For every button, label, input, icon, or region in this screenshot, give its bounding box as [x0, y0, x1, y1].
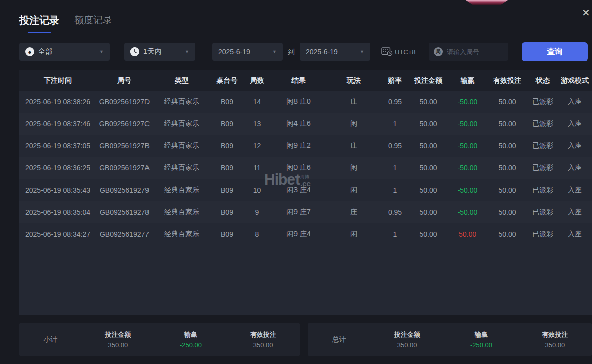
game-type-select[interactable]: ♠ 全部 ▼	[19, 43, 110, 61]
cell-play-type: 闲	[326, 186, 381, 195]
table-row: 2025-06-19 08:35:43 GB0925619279 经典百家乐 B…	[19, 179, 592, 201]
subtotal-label: 小计	[19, 335, 82, 344]
round-number-input[interactable]	[447, 48, 503, 56]
cell-odds: 1	[381, 230, 409, 238]
cell-bet-amount: 50.00	[409, 164, 448, 172]
cell-round-no: 11	[243, 164, 271, 172]
betting-records-dialog: ✕ 投注记录 额度记录 ♠ 全部 ▼ 1天内 ▼ 2025-6-19 ▼ 到 2…	[0, 0, 592, 364]
cell-result: 闲3 庄4	[271, 186, 326, 195]
date-to-select[interactable]: 2025-6-19 ▼	[300, 43, 370, 61]
cell-game-type: 经典百家乐	[153, 208, 211, 217]
cell-status: 已派彩	[528, 119, 558, 128]
cell-game-mode: 入座	[558, 97, 592, 106]
cell-valid-bet: 50.00	[487, 208, 528, 216]
round-number-icon: 局	[434, 47, 443, 56]
date-range-to-label: 到	[284, 43, 299, 61]
cell-bet-time: 2025-06-19 08:38:26	[19, 98, 96, 106]
cell-status: 已派彩	[528, 186, 558, 195]
cell-bet-amount: 50.00	[409, 142, 448, 150]
cell-game-type: 经典百家乐	[153, 186, 211, 195]
table-header: 下注时间 局号 类型 桌台号 局数 结果 玩法 赔率 投注金额 输赢 有效投注 …	[19, 70, 592, 91]
cell-table-no: B09	[211, 98, 243, 106]
column-header: 游戏模式	[558, 76, 592, 85]
tab-credit-records[interactable]: 额度记录	[74, 14, 112, 27]
cell-play-type: 庄	[326, 141, 381, 150]
cell-table-no: B09	[211, 142, 243, 150]
cell-odds: 1	[381, 164, 409, 172]
active-tab-underline	[28, 32, 51, 33]
tab-betting-records[interactable]: 投注记录	[19, 14, 59, 33]
cell-play-type: 闲	[326, 119, 381, 128]
cell-round-id: GB0925619278	[96, 208, 153, 216]
cell-round-id: GB0925619277	[96, 230, 153, 238]
cell-bet-time: 2025-06-19 08:36:25	[19, 164, 96, 172]
date-from-select[interactable]: 2025-6-19 ▼	[212, 43, 283, 61]
column-header: 状态	[528, 76, 558, 85]
table-row: 2025-06-19 08:36:25 GB092561927A 经典百家乐 B…	[19, 157, 592, 179]
cell-win-loss: -50.00	[448, 98, 487, 106]
cell-play-type: 闲	[326, 230, 381, 239]
total-win-loss: 输赢 -250.00	[444, 330, 518, 349]
tab-betting-records-label: 投注记录	[19, 14, 59, 27]
cell-game-mode: 入座	[558, 230, 592, 239]
table-row: 2025-06-19 08:37:05 GB092561927B 经典百家乐 B…	[19, 135, 592, 157]
timezone-indicator: UTC+8	[381, 43, 416, 61]
column-header: 桌台号	[211, 76, 243, 85]
cell-game-type: 经典百家乐	[153, 97, 211, 106]
cell-game-type: 经典百家乐	[153, 230, 211, 239]
calendar-clock-icon	[381, 46, 393, 58]
cell-round-no: 12	[243, 142, 271, 150]
column-header: 局号	[96, 76, 153, 85]
cell-round-id: GB0925619279	[96, 186, 153, 194]
total-label: 总计	[308, 335, 370, 344]
cell-win-loss: -50.00	[448, 208, 487, 216]
cell-valid-bet: 50.00	[487, 230, 528, 238]
close-icon[interactable]: ✕	[582, 8, 590, 18]
time-range-select[interactable]: 1天内 ▼	[124, 43, 195, 61]
total-bet-amount: 投注金额 350.00	[370, 330, 444, 349]
cell-status: 已派彩	[528, 141, 558, 150]
subtotal-win-loss: 输赢 -250.00	[155, 330, 227, 349]
column-header: 下注时间	[19, 76, 96, 85]
column-header: 投注金额	[409, 76, 448, 85]
clock-icon	[130, 47, 139, 56]
table-row: 2025-06-19 08:38:26 GB092561927D 经典百家乐 B…	[19, 91, 592, 113]
column-header: 局数	[243, 76, 271, 85]
cell-table-no: B09	[211, 120, 243, 128]
query-button[interactable]: 查询	[522, 42, 588, 61]
cell-bet-time: 2025-06-19 08:35:04	[19, 208, 96, 216]
cell-result: 闲9 庄2	[271, 141, 326, 150]
subtotal-panel: 小计 投注金额 350.00 输赢 -250.00 有效投注 350.00	[19, 323, 300, 356]
cell-odds: 1	[381, 186, 409, 194]
cell-win-loss: -50.00	[448, 186, 487, 194]
cell-win-loss: 50.00	[448, 230, 487, 238]
cell-table-no: B09	[211, 230, 243, 238]
record-tabs: 投注记录 额度记录	[19, 14, 112, 33]
cell-play-type: 庄	[326, 97, 381, 106]
cell-table-no: B09	[211, 208, 243, 216]
cell-bet-amount: 50.00	[409, 98, 448, 106]
timezone-label: UTC+8	[395, 48, 416, 56]
cell-bet-time: 2025-06-19 08:35:43	[19, 186, 96, 194]
column-header: 结果	[271, 76, 326, 85]
round-search-field: 局	[429, 43, 508, 61]
column-header: 有效投注	[487, 76, 528, 85]
betting-records-table: 下注时间 局号 类型 桌台号 局数 结果 玩法 赔率 投注金额 输赢 有效投注 …	[19, 70, 592, 315]
cell-win-loss: -50.00	[448, 142, 487, 150]
cell-round-no: 14	[243, 98, 271, 106]
cell-game-mode: 入座	[558, 163, 592, 172]
cell-bet-time: 2025-06-19 08:37:46	[19, 120, 96, 128]
cell-result: 闲9 庄7	[271, 208, 326, 217]
game-type-value: 全部	[38, 47, 52, 56]
cell-bet-time: 2025-06-19 08:37:05	[19, 142, 96, 150]
chevron-down-icon: ▼	[185, 49, 189, 54]
cell-table-no: B09	[211, 164, 243, 172]
chevron-down-icon: ▼	[272, 49, 277, 54]
cell-odds: 0.95	[381, 142, 409, 150]
total-panel: 总计 投注金额 350.00 输赢 -250.00 有效投注 350.00	[308, 323, 592, 356]
time-range-value: 1天内	[143, 47, 162, 56]
total-valid-bet: 有效投注 350.00	[518, 330, 592, 349]
column-header: 玩法	[326, 76, 381, 85]
chevron-down-icon: ▼	[99, 49, 104, 54]
cell-valid-bet: 50.00	[487, 120, 528, 128]
